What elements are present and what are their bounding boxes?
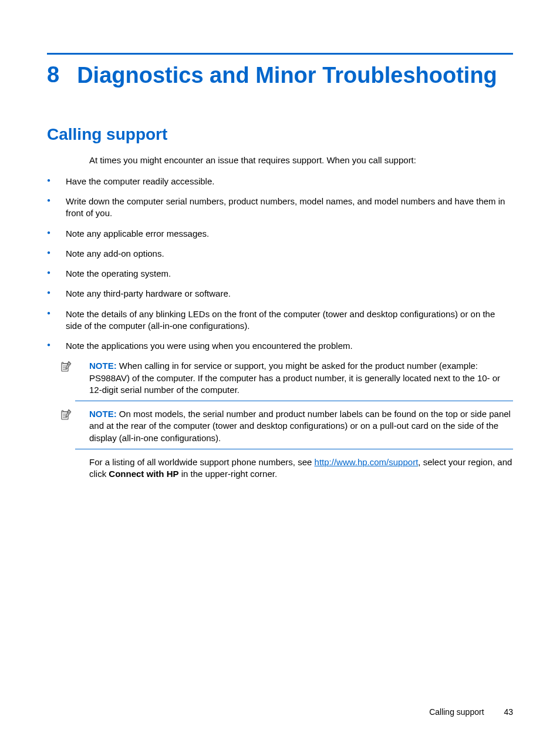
list-item: Note the details of any blinking LEDs on… bbox=[47, 308, 513, 332]
note-text: On most models, the serial number and pr… bbox=[89, 409, 511, 443]
list-item: Note any applicable error messages. bbox=[47, 228, 513, 240]
note-icon bbox=[60, 360, 72, 372]
list-item: Have the computer readily accessible. bbox=[47, 176, 513, 187]
note-text: When calling in for service or support, … bbox=[89, 361, 500, 395]
list-item: Note any third-party hardware or softwar… bbox=[47, 288, 513, 300]
note-content: NOTE: On most models, the serial number … bbox=[75, 408, 513, 444]
note-block: NOTE: When calling in for service or sup… bbox=[75, 360, 513, 401]
page-number: 43 bbox=[504, 707, 513, 717]
closing-post: in the upper-right corner. bbox=[179, 469, 278, 479]
closing-paragraph: For a listing of all worldwide support p… bbox=[89, 456, 513, 480]
note-block: NOTE: On most models, the serial number … bbox=[75, 408, 513, 449]
closing-bold: Connect with HP bbox=[109, 469, 178, 479]
list-item: Note the operating system. bbox=[47, 268, 513, 280]
note-content: NOTE: When calling in for service or sup… bbox=[75, 360, 513, 396]
note-icon bbox=[60, 408, 72, 420]
section-intro: At times you might encounter an issue th… bbox=[89, 154, 513, 166]
page-footer: Calling support 43 bbox=[429, 707, 513, 717]
list-item: Write down the computer serial numbers, … bbox=[47, 196, 513, 220]
note-label: NOTE: bbox=[89, 361, 117, 371]
document-page: 8 Diagnostics and Minor Troubleshooting … bbox=[0, 0, 560, 746]
list-item: Note any add-on options. bbox=[47, 248, 513, 260]
chapter-heading: 8 Diagnostics and Minor Troubleshooting bbox=[47, 62, 513, 90]
closing-pre: For a listing of all worldwide support p… bbox=[89, 457, 315, 467]
bullet-list: Have the computer readily accessible. Wr… bbox=[47, 176, 513, 352]
top-rule bbox=[47, 53, 513, 55]
section-heading: Calling support bbox=[47, 125, 513, 144]
chapter-number: 8 bbox=[47, 62, 59, 89]
list-item: Note the applications you were using whe… bbox=[47, 340, 513, 352]
chapter-title: Diagnostics and Minor Troubleshooting bbox=[77, 62, 497, 90]
support-link[interactable]: http://www.hp.com/support bbox=[315, 457, 419, 467]
note-label: NOTE: bbox=[89, 409, 117, 419]
footer-label: Calling support bbox=[429, 707, 484, 717]
